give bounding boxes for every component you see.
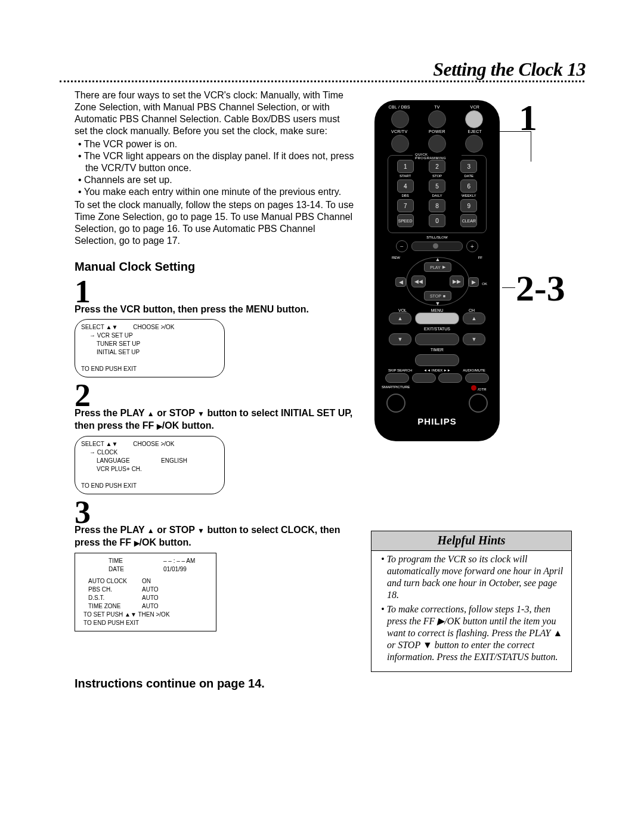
left-column: There are four ways to set the VCR's clo… (75, 89, 355, 635)
osd-key: TIME (80, 557, 163, 565)
skip-search-button[interactable] (385, 373, 409, 383)
osd-choose-label: CHOOSE >/OK (133, 440, 174, 448)
keypad-title: QUICK PROGRAMMING (413, 153, 462, 160)
intro-bullet: The VCR power is on. (75, 138, 355, 150)
right-column: 1 2-3 CBL / DBS TV VCR VCR/TV POWER (364, 89, 578, 447)
eject-button[interactable] (465, 135, 483, 153)
brand-logo: PHILIPS (379, 416, 495, 426)
step-1-text: Press the VCR button, then press the MEN… (75, 304, 355, 315)
key-0[interactable]: 0 (429, 214, 445, 227)
hint-item: To make corrections, follow steps 1-3, t… (380, 603, 565, 663)
stop-button[interactable]: STOP■ (424, 291, 451, 301)
vol-up-button[interactable]: ▲ (389, 312, 411, 324)
step-number-3: 3 (75, 498, 355, 527)
callout-number-2-3: 2-3 (516, 267, 565, 309)
osd-key: D.S.T. (80, 594, 142, 602)
helpful-hints-box: Helpful Hints To program the VCR so its … (371, 531, 572, 672)
intro-bullet: You make each entry within one minute of… (75, 186, 355, 198)
osd-select-label: SELECT ▲▼ (81, 440, 117, 448)
intro-bullets: The VCR power is on. The VCR light appea… (75, 138, 355, 198)
vcr-button[interactable] (465, 110, 483, 128)
ch-down-button[interactable]: ▼ (463, 333, 485, 345)
page-title: Setting the Clock 13 (78, 58, 586, 80)
step-number-2: 2 (75, 381, 355, 410)
audio-mute-label: AUDIO/MUTE (456, 368, 493, 372)
key-1[interactable]: 1 (397, 160, 414, 173)
cbl-dbs-button[interactable] (391, 110, 409, 128)
exit-status-label: EXIT/STATUS (415, 327, 459, 331)
plus-icon[interactable]: + (466, 240, 478, 252)
timer-button[interactable] (415, 354, 459, 366)
key-clear[interactable]: CLEAR (460, 214, 477, 227)
key-speed[interactable]: SPEED (397, 214, 414, 227)
key-9[interactable]: 9 (460, 199, 477, 212)
triangle-up-icon (147, 525, 154, 535)
still-slow-label: STILL/SLOW (379, 236, 495, 239)
rew-label: REW (392, 256, 400, 259)
minus-icon[interactable]: − (396, 240, 408, 252)
osd-item: VCR PLUS+ CH. (81, 465, 161, 473)
ok-label: OK (482, 282, 487, 286)
remote-label: VCR (456, 105, 494, 109)
osd-value: AUTO (142, 594, 159, 602)
continue-text: Instructions continue on page 14. (75, 677, 265, 690)
key-2[interactable]: 2 (429, 160, 445, 173)
index-fwd-button[interactable] (438, 373, 462, 383)
key-3[interactable]: 3 (460, 160, 477, 173)
rewind-button[interactable]: ◀◀ (411, 275, 426, 287)
key-4[interactable]: 4 (397, 179, 414, 193)
rec-otr-button[interactable] (469, 394, 488, 413)
vol-down-button[interactable]: ▼ (389, 333, 411, 345)
ff-button[interactable]: ▶▶ (450, 275, 464, 287)
triangle-up-icon (147, 408, 154, 418)
power-button[interactable] (428, 135, 446, 153)
key-6[interactable]: 6 (460, 179, 477, 193)
tv-button[interactable] (428, 110, 446, 128)
osd-footer: TO END PUSH EXIT (81, 482, 218, 490)
osd-select-label: SELECT ▲▼ (81, 323, 117, 332)
vcr-tv-button[interactable] (391, 135, 409, 153)
osd-menu-2: SELECT ▲▼ CHOOSE >/OK CLOCK LANGUAGEENGL… (75, 436, 225, 494)
right-arrow-button[interactable]: ▶ (468, 277, 479, 287)
osd-item: LANGUAGE (81, 457, 161, 465)
key-5[interactable]: 5 (429, 179, 445, 193)
remote-label: VCR/TV (380, 129, 418, 134)
exit-status-button[interactable] (415, 333, 459, 345)
left-arrow-button[interactable]: ◀ (395, 277, 406, 287)
osd-item: TUNER SET UP (81, 340, 161, 348)
remote-illustration: 1 2-3 CBL / DBS TV VCR VCR/TV POWER (364, 89, 578, 447)
intro-paragraph-1: There are four ways to set the VCR's clo… (75, 89, 355, 137)
remote-label: EJECT (456, 129, 494, 134)
smartpicture-label: SMARTPICTURE (382, 385, 410, 391)
still-slow-slider[interactable]: − + (396, 240, 478, 252)
hint-item: To program the VCR so its clock will aut… (380, 553, 565, 601)
osd-item: CLOCK (81, 448, 154, 457)
audio-mute-button[interactable] (465, 373, 489, 383)
triangle-down-icon (197, 525, 205, 535)
intro-bullet: The VCR light appears on the display pan… (75, 150, 355, 174)
osd-key: PBS CH. (80, 586, 142, 594)
smartpicture-button[interactable] (386, 394, 405, 413)
remote-label: TV (418, 105, 456, 109)
record-icon (471, 385, 476, 391)
menu-button[interactable] (415, 312, 459, 324)
nav-cluster: REW FF OK ◀ ▶ ▲ ▼ PLAY▶ STOP■ ◀◀ ▶▶ (389, 256, 485, 307)
ch-up-button[interactable]: ▲ (463, 312, 485, 324)
skip-search-label: SKIP SEARCH (382, 368, 419, 372)
osd-footer: TO END PUSH EXIT (80, 619, 211, 627)
key-7[interactable]: 7 (397, 199, 414, 212)
callout-line (502, 287, 515, 288)
remote-label: CBL / DBS (380, 105, 418, 109)
index-back-button[interactable] (412, 373, 436, 383)
osd-key: DATE (80, 565, 163, 574)
osd-menu-3: TIME– – : – – AM DATE01/01/99 AUTO CLOCK… (75, 553, 216, 631)
ch-label: CH (454, 308, 489, 312)
osd-key: AUTO CLOCK (80, 577, 142, 586)
step-3-text: Press the PLAY or STOP button to select … (75, 524, 355, 549)
nav-up-icon: ▲ (435, 256, 441, 262)
ff-label: FF (478, 256, 482, 259)
play-button[interactable]: PLAY▶ (424, 262, 451, 272)
key-8[interactable]: 8 (429, 199, 445, 212)
step-2-text: Press the PLAY or STOP button to select … (75, 407, 355, 432)
osd-choose-label: CHOOSE >/OK (133, 323, 174, 332)
